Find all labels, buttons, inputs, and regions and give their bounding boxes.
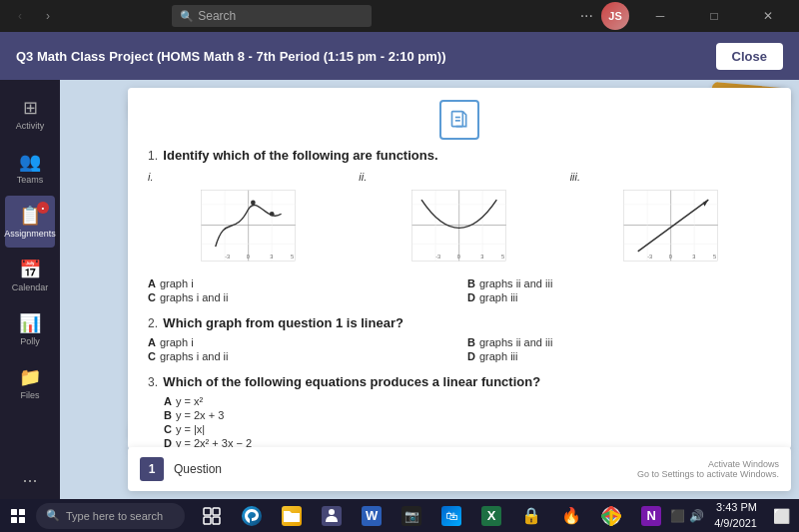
volume-icon[interactable]: 🔊 xyxy=(689,509,704,523)
q1-a-letter: A xyxy=(148,277,156,289)
taskbar: 🔍 Type here to search xyxy=(0,499,799,532)
sidebar-item-label: Polly xyxy=(20,336,40,346)
camera-icon[interactable]: 📷 xyxy=(393,499,430,532)
svg-rect-47 xyxy=(213,517,220,524)
q1-b-letter: B xyxy=(467,277,475,289)
q3-answer-b: B y = 2x + 3 xyxy=(164,409,771,421)
taskview-button[interactable] xyxy=(193,499,231,532)
question-2: 2. Which graph from question 1 is linear… xyxy=(148,315,771,330)
close-assignment-button[interactable]: Close xyxy=(716,43,783,70)
graph-i-label: i. xyxy=(148,171,349,183)
bottom-question-panel: 1 Question Activate Windows Go to Settin… xyxy=(128,447,791,491)
q1-a-text: graph i xyxy=(160,277,194,289)
onenote-icon[interactable]: N xyxy=(632,499,670,532)
q1-answer-c: C graphs i and ii xyxy=(148,291,451,303)
graph-ii-container: ii. -3 xyxy=(359,171,559,269)
sidebar-item-label: Assignments xyxy=(4,229,56,239)
svg-rect-42 xyxy=(11,517,17,523)
sidebar-item-label: Teams xyxy=(17,175,44,185)
graph-i-container: i. xyxy=(148,171,349,269)
taskbar-right: ⬛ 🔊 3:43 PM 4/9/2021 ⬜ xyxy=(670,499,799,532)
sidebar-item-files[interactable]: 📁 Files xyxy=(5,357,55,409)
lock-icon: 🔒 xyxy=(521,506,541,525)
doc-icon xyxy=(439,100,479,140)
sidebar-item-assignments[interactable]: 📋 Assignments • xyxy=(5,196,55,248)
graph-i-svg: -3 0 3 5 xyxy=(148,186,349,266)
activate-windows-notice: Activate Windows Go to Settings to activ… xyxy=(637,459,779,479)
more-options-icon[interactable]: ··· xyxy=(580,7,593,25)
svg-text:3: 3 xyxy=(481,254,484,260)
q1-answers: A graph i B graphs ii and iii C graphs i… xyxy=(148,277,771,303)
back-button[interactable]: ‹ xyxy=(8,4,32,28)
q1-d-text: graph iii xyxy=(479,291,518,303)
svg-text:0: 0 xyxy=(247,254,250,260)
chrome-icon[interactable] xyxy=(592,499,630,532)
svg-rect-0 xyxy=(452,112,463,127)
title-bar-right: ··· JS ─ □ ✕ xyxy=(580,0,799,32)
q1-answer-d: D graph iii xyxy=(467,291,771,303)
polly-icon: 📊 xyxy=(19,312,41,334)
security-icon[interactable]: 🔒 xyxy=(512,499,550,532)
maximize-button[interactable]: □ xyxy=(691,0,737,32)
sidebar-item-activity[interactable]: ⊞ Activity xyxy=(5,88,55,140)
svg-text:5: 5 xyxy=(291,254,294,260)
current-date: 4/9/2021 xyxy=(714,516,757,531)
notification-center-button[interactable]: ⬜ xyxy=(767,499,795,532)
paint-icon[interactable]: 🔥 xyxy=(552,499,590,532)
svg-point-11 xyxy=(270,212,275,217)
question-1-number: 1. Identify which of the following are f… xyxy=(148,148,771,163)
minimize-button[interactable]: ─ xyxy=(637,0,683,32)
sidebar-item-teams[interactable]: 👥 Teams xyxy=(5,142,55,194)
q1-answer-b: B graphs ii and iii xyxy=(467,277,771,289)
window-close-button[interactable]: ✕ xyxy=(745,0,791,32)
file-explorer-icon[interactable] xyxy=(273,499,311,532)
flame-icon: 🔥 xyxy=(561,506,581,525)
sidebar-item-polly[interactable]: 📊 Polly xyxy=(5,303,55,355)
q1-d-letter: D xyxy=(467,291,475,303)
q1-c-text: graphs i and ii xyxy=(160,291,229,303)
teams-header: Q3 Math Class Project (HOMS Math 8 - 7th… xyxy=(0,32,799,80)
q2-answer-d: D graph iii xyxy=(467,350,771,362)
search-text: Search xyxy=(198,9,236,23)
svg-text:5: 5 xyxy=(713,254,716,260)
svg-text:-3: -3 xyxy=(647,254,652,260)
svg-rect-40 xyxy=(11,509,17,515)
user-avatar[interactable]: JS xyxy=(601,2,629,30)
svg-text:3: 3 xyxy=(270,254,273,260)
q2-answer-a: A graph i xyxy=(148,336,451,348)
system-tray: ⬛ 🔊 xyxy=(670,509,704,523)
svg-text:0: 0 xyxy=(457,254,460,260)
word-icon[interactable]: W xyxy=(353,499,391,532)
calendar-icon: 📅 xyxy=(19,259,41,280)
sidebar-item-calendar[interactable]: 📅 Calendar xyxy=(5,250,55,301)
start-button[interactable] xyxy=(0,499,36,532)
main-area: ⊞ Activity 👥 Teams 📋 Assignments • 📅 Cal… xyxy=(0,80,799,499)
svg-point-48 xyxy=(329,509,335,515)
taskbar-search[interactable]: 🔍 Type here to search xyxy=(36,503,185,529)
activity-icon: ⊞ xyxy=(23,97,38,119)
time-display[interactable]: 3:43 PM 4/9/2021 xyxy=(708,500,763,531)
assignment-content-panel[interactable]: 1. Identify which of the following are f… xyxy=(128,88,791,449)
edge-icon[interactable] xyxy=(233,499,271,532)
files-icon: 📁 xyxy=(19,366,41,388)
svg-rect-44 xyxy=(204,508,211,515)
svg-rect-45 xyxy=(213,508,220,515)
svg-rect-43 xyxy=(19,517,25,523)
more-apps-icon[interactable]: ··· xyxy=(22,470,37,491)
sidebar: ⊞ Activity 👥 Teams 📋 Assignments • 📅 Cal… xyxy=(0,80,60,499)
excel-icon[interactable]: X xyxy=(472,499,510,532)
search-bar[interactable]: 🔍 Search xyxy=(172,5,372,27)
taskbar-apps: W 📷 🛍 X 🔒 🔥 xyxy=(193,499,670,532)
nav-buttons: ‹ › xyxy=(0,4,68,28)
forward-button[interactable]: › xyxy=(36,4,60,28)
sidebar-item-label: Calendar xyxy=(12,282,49,292)
svg-text:-3: -3 xyxy=(435,254,440,260)
teams-taskbar-icon[interactable] xyxy=(313,499,351,532)
current-time: 3:43 PM xyxy=(714,500,757,515)
svg-text:3: 3 xyxy=(692,254,695,260)
content-area: ? ? ? ? ? ? ? ? xyxy=(60,80,799,499)
svg-text:5: 5 xyxy=(501,254,504,260)
network-icon[interactable]: ⬛ xyxy=(670,509,685,523)
graph-ii-label: ii. xyxy=(359,171,559,183)
store-icon[interactable]: 🛍 xyxy=(432,499,470,532)
